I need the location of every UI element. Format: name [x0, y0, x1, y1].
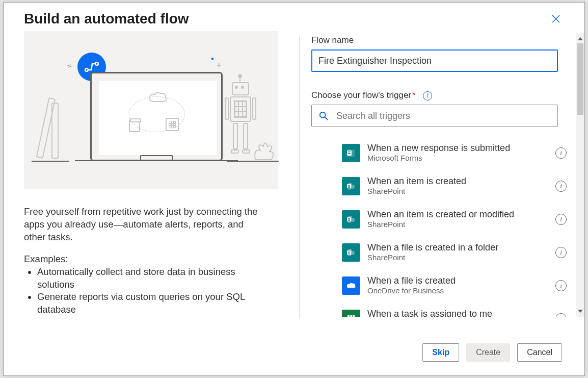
trigger-item[interactable]: When a file is created OneDrive for Busi… [311, 269, 569, 302]
vertical-divider [299, 36, 300, 319]
tick-decoration [211, 58, 213, 60]
sharepoint-icon: S [342, 210, 360, 229]
cancel-button[interactable]: Cancel [517, 343, 562, 362]
flow-illustration: = + [24, 31, 278, 189]
spark-decoration: = [66, 61, 72, 70]
trigger-list: When a new response is submitted Microso… [311, 136, 569, 317]
laptop-icon [90, 72, 223, 161]
svg-point-2 [85, 68, 88, 71]
close-icon [552, 15, 560, 23]
trigger-subtitle: SharePoint [367, 253, 551, 263]
svg-text:S: S [348, 250, 351, 254]
trigger-title: When a file is created in a folder [367, 242, 551, 254]
trigger-item[interactable]: When a new response is submitted Microso… [311, 136, 569, 169]
trigger-row-info-icon[interactable]: i [555, 247, 567, 258]
right-panel: Flow name Choose your flow's trigger* i [311, 31, 569, 317]
trigger-item[interactable]: S When an item is created or modified Sh… [311, 203, 569, 236]
svg-rect-25 [348, 315, 350, 317]
svg-rect-8 [348, 152, 351, 153]
dialog-header: Build an automated flow [4, 3, 584, 31]
trigger-section-label: Choose your flow's trigger* i [311, 90, 569, 100]
trigger-item[interactable]: S When a file is created in a folder Sha… [311, 236, 569, 269]
sharepoint-icon: S [342, 243, 360, 262]
trigger-search[interactable] [311, 105, 558, 127]
trigger-item[interactable]: S When an item is created SharePoint i [311, 169, 569, 203]
trigger-row-info-icon[interactable]: i [555, 280, 567, 291]
svg-rect-26 [351, 315, 353, 317]
left-panel: = + [24, 31, 278, 340]
onedrive-icon [342, 276, 360, 295]
sharepoint-icon: S [342, 177, 360, 195]
trigger-info-icon[interactable]: i [423, 91, 432, 100]
svg-point-4 [320, 112, 326, 118]
trigger-title: When a task is assigned to me [367, 308, 551, 317]
close-button[interactable] [548, 11, 564, 27]
plus-decoration: + [217, 61, 221, 70]
laptop-base [75, 160, 238, 161]
books-icon [38, 97, 64, 159]
trigger-title: When a new response is submitted [367, 142, 551, 154]
dialog-title: Build an automated flow [24, 11, 189, 27]
flow-name-label: Flow name [311, 35, 569, 45]
examples-label: Examples: [24, 254, 259, 265]
example-item: Generate reports via custom queries on y… [37, 291, 259, 316]
search-icon [319, 111, 328, 120]
datagrid-icon [166, 118, 179, 131]
trigger-row-info-icon[interactable]: i [555, 313, 567, 317]
trigger-search-input[interactable] [335, 110, 550, 122]
scroll-down-icon[interactable] [578, 310, 583, 315]
trigger-title: When an item is created or modified [367, 209, 551, 220]
svg-text:S: S [348, 217, 351, 221]
cloud-icon [148, 91, 168, 104]
build-automated-flow-dialog: Build an automated flow = + [3, 2, 585, 376]
svg-line-5 [325, 117, 328, 120]
trigger-row-info-icon[interactable]: i [555, 147, 567, 159]
trigger-row-info-icon[interactable]: i [555, 181, 567, 192]
trigger-title: When a file is created [367, 275, 551, 287]
examples-list: Automatically collect and store data in … [24, 266, 259, 316]
trigger-subtitle: SharePoint [367, 220, 551, 230]
planner-icon [342, 310, 360, 317]
trigger-subtitle: OneDrive for Business [367, 286, 551, 296]
forms-icon [342, 144, 360, 162]
trigger-subtitle: SharePoint [367, 187, 551, 196]
required-asterisk: * [411, 90, 416, 100]
svg-text:S: S [348, 184, 351, 188]
trigger-subtitle: Microsoft Forms [367, 154, 551, 163]
plant-icon [253, 139, 275, 163]
shelf-line [32, 161, 69, 162]
database-icon [129, 119, 140, 132]
scroll-up-icon[interactable] [578, 35, 583, 40]
example-item: Automatically collect and store data in … [37, 266, 259, 291]
svg-point-3 [95, 62, 98, 65]
skip-button[interactable]: Skip [422, 343, 459, 362]
svg-rect-27 [353, 315, 355, 317]
right-scrollbar[interactable] [576, 33, 584, 317]
create-button[interactable]: Create [466, 343, 510, 362]
dialog-footer: Skip Create Cancel [4, 340, 584, 375]
trigger-item[interactable]: When a task is assigned to me Planner i [311, 302, 569, 317]
flow-name-input[interactable] [311, 49, 558, 72]
trigger-label-text: Choose your flow's trigger [311, 90, 411, 100]
trigger-row-info-icon[interactable]: i [555, 214, 567, 225]
trigger-title: When an item is created [367, 175, 551, 187]
flow-description: Free yourself from repetitive work just … [24, 206, 259, 243]
dialog-body: = + [4, 31, 584, 340]
scroll-thumb[interactable] [577, 43, 583, 115]
svg-rect-9 [348, 153, 351, 154]
robot-icon [225, 82, 256, 159]
